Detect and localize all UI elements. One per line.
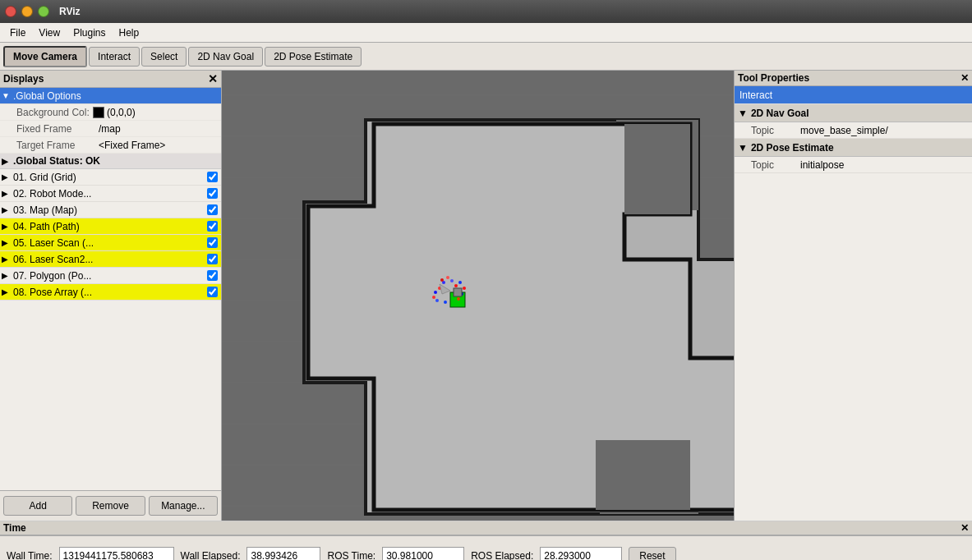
background-color-swatch[interactable] — [93, 107, 104, 118]
display-check-02[interactable] — [207, 188, 218, 199]
expand-06-icon[interactable]: ▶ — [2, 255, 13, 264]
target-frame-value[interactable]: <Fixed Frame> — [99, 140, 165, 151]
ros-elapsed-input[interactable] — [540, 547, 622, 561]
svg-rect-47 — [454, 288, 462, 296]
interact-tool-item[interactable]: Interact — [735, 86, 972, 104]
svg-marker-30 — [596, 440, 690, 510]
expand-02-icon[interactable]: ▶ — [2, 189, 13, 198]
display-check-01[interactable] — [207, 172, 218, 182]
display-item-02[interactable]: ▶ 02. Robot Mode... — [0, 186, 221, 202]
nav-goal-expand-icon: ▼ — [738, 108, 748, 119]
toolbar: Move Camera Interact Select 2D Nav Goal … — [0, 43, 972, 71]
nav-goal-topic-key: Topic — [751, 125, 800, 136]
display-item-08[interactable]: ▶ 08. Pose Array (... — [0, 284, 221, 301]
display-label-08: 08. Pose Array (... — [13, 287, 207, 298]
displays-title: Displays — [3, 73, 44, 85]
select-button[interactable]: Select — [141, 47, 187, 67]
display-item-06[interactable]: ▶ 06. Laser Scan2... — [0, 251, 221, 268]
pose-estimate-button[interactable]: 2D Pose Estimate — [265, 47, 362, 67]
statusbar-close-icon[interactable]: ✕ — [960, 522, 969, 534]
global-options-label: .Global Options — [13, 90, 219, 102]
close-button[interactable] — [5, 6, 16, 17]
expand-status-icon: ▶ — [2, 157, 13, 166]
svg-point-44 — [457, 297, 460, 301]
display-check-07[interactable] — [207, 270, 218, 281]
title-bar: RViz — [0, 0, 972, 23]
svg-point-42 — [463, 287, 466, 290]
expand-08-icon[interactable]: ▶ — [2, 287, 13, 296]
display-item-04[interactable]: ▶ 04. Path (Path) — [0, 218, 221, 235]
reset-button[interactable]: Reset — [629, 547, 675, 561]
expand-05-icon[interactable]: ▶ — [2, 238, 13, 247]
pose-estimate-topic-item: Topic initialpose — [735, 157, 972, 173]
background-color-value: (0,0,0) — [107, 107, 136, 118]
display-item-07[interactable]: ▶ 07. Polygon (Po... — [0, 268, 221, 284]
background-color-key: Background Col: — [16, 107, 90, 118]
ros-elapsed-label: ROS Elapsed: — [471, 550, 533, 561]
fixed-frame-value[interactable]: /map — [99, 123, 121, 135]
global-status-header[interactable]: ▶ .Global Status: OK — [0, 154, 221, 169]
wall-time-input[interactable] — [59, 547, 174, 561]
nav-goal-topic-value[interactable]: move_base_simple/ — [800, 125, 888, 136]
expand-04-icon[interactable]: ▶ — [2, 222, 13, 231]
displays-close-icon[interactable]: ✕ — [208, 72, 218, 85]
pose-estimate-topic-key: Topic — [751, 159, 800, 171]
remove-button[interactable]: Remove — [76, 496, 145, 516]
display-label-01: 01. Grid (Grid) — [13, 172, 207, 183]
move-camera-button[interactable]: Move Camera — [3, 46, 87, 67]
menu-plugins[interactable]: Plugins — [67, 25, 112, 40]
display-item-01[interactable]: ▶ 01. Grid (Grid) — [0, 169, 221, 186]
display-item-03[interactable]: ▶ 03. Map (Map) — [0, 202, 221, 218]
svg-point-45 — [444, 301, 447, 304]
display-check-04[interactable] — [207, 221, 218, 232]
expand-01-icon[interactable]: ▶ — [2, 172, 13, 181]
menu-view[interactable]: View — [32, 25, 67, 40]
display-label-04: 04. Path (Path) — [13, 221, 207, 232]
ros-time-label: ROS Time: — [327, 550, 375, 561]
status-bottom: Time ✕ Wall Time: Wall Elapsed: ROS Time… — [0, 521, 972, 560]
window-title: RViz — [59, 6, 81, 17]
tool-properties-close-icon[interactable]: ✕ — [960, 72, 969, 84]
ros-time-input[interactable] — [382, 547, 464, 561]
pose-estimate-expand-icon: ▼ — [738, 142, 748, 154]
maximize-button[interactable] — [38, 6, 49, 17]
display-check-06[interactable] — [207, 254, 218, 264]
display-label-05: 05. Laser Scan (... — [13, 237, 207, 249]
pose-estimate-topic-value[interactable]: initialpose — [800, 159, 844, 171]
expand-03-icon[interactable]: ▶ — [2, 205, 13, 214]
display-check-03[interactable] — [207, 204, 218, 215]
menu-bar: File View Plugins Help — [0, 23, 972, 43]
interact-button[interactable]: Interact — [89, 47, 140, 67]
svg-point-41 — [458, 281, 462, 284]
displays-list: ▼ .Global Options Background Col: (0,0,0… — [0, 88, 221, 490]
manage-button[interactable]: Manage... — [149, 496, 218, 516]
svg-point-35 — [450, 279, 454, 282]
global-options-item[interactable]: ▼ .Global Options — [0, 88, 221, 104]
display-check-05[interactable] — [207, 237, 218, 248]
display-label-03: 03. Map (Map) — [13, 204, 207, 216]
statusbar-title: Time — [3, 522, 26, 534]
minimize-button[interactable] — [21, 6, 33, 17]
nav-goal-section-header[interactable]: ▼ 2D Nav Goal — [735, 104, 972, 122]
viewport[interactable] — [222, 71, 734, 521]
add-button[interactable]: Add — [3, 496, 72, 516]
menu-file[interactable]: File — [3, 25, 32, 40]
target-frame-item: Target Frame <Fixed Frame> — [0, 137, 221, 154]
menu-help[interactable]: Help — [113, 25, 146, 40]
expand-07-icon[interactable]: ▶ — [2, 271, 13, 280]
displays-panel: Displays ✕ ▼ .Global Options Background … — [0, 71, 222, 521]
nav-goal-topic-item: Topic move_base_simple/ — [735, 122, 972, 139]
svg-point-36 — [454, 284, 458, 287]
display-check-08[interactable] — [207, 287, 218, 297]
display-item-05[interactable]: ▶ 05. Laser Scan (... — [0, 235, 221, 251]
expand-global-icon[interactable]: ▼ — [2, 91, 13, 100]
displays-buttons: Add Remove Manage... — [0, 490, 221, 521]
interact-tool-label: Interact — [739, 90, 772, 101]
wall-elapsed-input[interactable] — [246, 547, 320, 561]
wall-time-label: Wall Time: — [7, 550, 53, 561]
fixed-frame-item: Fixed Frame /map — [0, 121, 221, 137]
nav-goal-button[interactable]: 2D Nav Goal — [188, 47, 263, 67]
pose-estimate-section-header[interactable]: ▼ 2D Pose Estimate — [735, 139, 972, 157]
pose-estimate-section-label: 2D Pose Estimate — [751, 142, 834, 154]
tool-properties-title: Tool Properties — [738, 72, 809, 84]
